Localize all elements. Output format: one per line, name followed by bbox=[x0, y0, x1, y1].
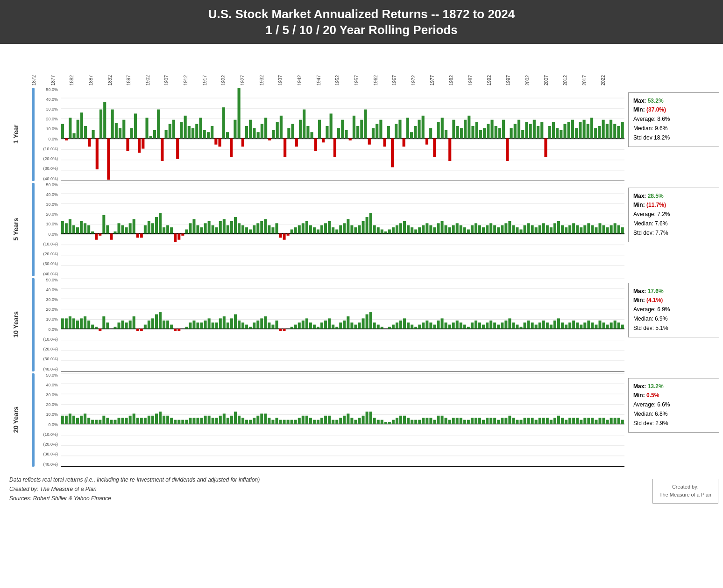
stats-median: Median: 6.8% bbox=[633, 411, 667, 417]
svg-rect-191 bbox=[144, 225, 147, 233]
year-label: 1997 bbox=[506, 75, 525, 85]
svg-rect-136 bbox=[540, 122, 543, 138]
blue-border-5year bbox=[32, 183, 35, 276]
svg-rect-138 bbox=[548, 126, 551, 139]
svg-rect-635 bbox=[602, 418, 605, 424]
y-axis-label: (30.0%) bbox=[36, 167, 60, 171]
svg-rect-499 bbox=[91, 420, 94, 424]
svg-rect-511 bbox=[136, 418, 139, 424]
svg-rect-605 bbox=[489, 418, 492, 424]
svg-rect-173 bbox=[76, 227, 79, 233]
svg-rect-212 bbox=[223, 219, 226, 233]
footer-notes: Data reflects real total returns (i.e., … bbox=[9, 475, 260, 504]
year-label: 1892 bbox=[108, 75, 127, 85]
svg-rect-392 bbox=[294, 324, 297, 329]
svg-rect-227 bbox=[279, 233, 282, 238]
svg-rect-507 bbox=[121, 418, 124, 424]
svg-rect-455 bbox=[531, 322, 534, 329]
svg-rect-446 bbox=[497, 324, 500, 329]
y-axis-label: 30.0% bbox=[36, 203, 60, 207]
svg-rect-401 bbox=[328, 318, 331, 329]
svg-rect-315 bbox=[610, 225, 613, 233]
svg-rect-81 bbox=[330, 113, 333, 138]
svg-rect-408 bbox=[354, 324, 357, 329]
svg-rect-386 bbox=[271, 324, 274, 329]
svg-rect-29 bbox=[130, 128, 133, 138]
svg-rect-456 bbox=[535, 324, 538, 329]
svg-rect-280 bbox=[478, 225, 481, 233]
svg-rect-582 bbox=[403, 415, 406, 424]
svg-rect-229 bbox=[287, 233, 290, 235]
svg-rect-535 bbox=[227, 418, 229, 424]
svg-rect-524 bbox=[185, 420, 188, 424]
svg-rect-127 bbox=[506, 138, 509, 161]
svg-rect-97 bbox=[391, 138, 394, 167]
svg-rect-39 bbox=[169, 124, 171, 138]
svg-rect-631 bbox=[587, 418, 590, 424]
svg-rect-240 bbox=[328, 221, 331, 234]
svg-rect-619 bbox=[542, 418, 545, 424]
svg-rect-226 bbox=[275, 223, 278, 233]
svg-rect-273 bbox=[452, 225, 455, 233]
svg-rect-471 bbox=[591, 322, 594, 329]
svg-rect-612 bbox=[516, 420, 518, 424]
stats-median: Median: 9.6% bbox=[633, 125, 667, 132]
svg-rect-442 bbox=[482, 324, 485, 329]
svg-rect-203 bbox=[189, 223, 191, 233]
svg-rect-156 bbox=[617, 126, 620, 139]
svg-rect-307 bbox=[580, 227, 582, 233]
svg-rect-341 bbox=[102, 316, 105, 329]
svg-rect-352 bbox=[144, 324, 147, 329]
svg-rect-135 bbox=[537, 126, 539, 139]
svg-rect-363 bbox=[185, 327, 188, 329]
svg-rect-414 bbox=[377, 324, 380, 329]
svg-rect-62 bbox=[257, 132, 260, 138]
svg-rect-400 bbox=[324, 320, 327, 329]
year-label: 1872 bbox=[32, 75, 51, 85]
svg-rect-67 bbox=[276, 122, 279, 138]
svg-rect-476 bbox=[610, 322, 613, 329]
svg-rect-13 bbox=[69, 118, 71, 138]
svg-rect-357 bbox=[163, 320, 165, 329]
svg-rect-596 bbox=[456, 418, 459, 424]
svg-rect-42 bbox=[180, 122, 183, 138]
svg-rect-350 bbox=[136, 329, 139, 330]
svg-rect-391 bbox=[291, 327, 293, 329]
svg-rect-145 bbox=[575, 128, 578, 138]
svg-rect-100 bbox=[403, 138, 405, 147]
svg-rect-504 bbox=[110, 420, 113, 424]
svg-rect-575 bbox=[377, 420, 380, 424]
svg-rect-113 bbox=[452, 119, 455, 138]
svg-rect-245 bbox=[347, 219, 349, 233]
svg-rect-360 bbox=[174, 329, 177, 330]
svg-rect-608 bbox=[501, 418, 503, 424]
svg-rect-207 bbox=[204, 223, 207, 233]
y-axis-label: 50.0% bbox=[36, 278, 60, 282]
blue-border-10year bbox=[32, 278, 35, 371]
svg-rect-115 bbox=[460, 128, 463, 138]
svg-rect-90 bbox=[364, 109, 367, 138]
year-label: 1947 bbox=[317, 75, 336, 85]
svg-rect-34 bbox=[149, 136, 152, 138]
stats-max-val: 53.2% bbox=[648, 98, 664, 104]
svg-rect-292 bbox=[524, 225, 526, 233]
svg-rect-435 bbox=[456, 320, 459, 329]
svg-rect-155 bbox=[613, 124, 616, 138]
svg-rect-372 bbox=[219, 318, 222, 329]
svg-rect-277 bbox=[467, 229, 470, 233]
svg-rect-224 bbox=[268, 225, 270, 233]
svg-rect-250 bbox=[366, 217, 369, 233]
svg-rect-236 bbox=[313, 227, 316, 233]
svg-rect-230 bbox=[291, 229, 293, 233]
svg-rect-303 bbox=[565, 227, 567, 233]
svg-rect-609 bbox=[504, 418, 507, 424]
stats-max-val: 28.5% bbox=[648, 193, 664, 199]
svg-rect-628 bbox=[576, 418, 579, 424]
svg-rect-297 bbox=[542, 223, 545, 233]
section-10year: 10 Years50.0%40.0%30.0%20.0%10.0%0.0%(10… bbox=[0, 278, 723, 371]
y-axis-label: (30.0%) bbox=[36, 357, 60, 361]
svg-rect-452 bbox=[519, 327, 522, 329]
year-label: 1962 bbox=[374, 75, 393, 85]
footer-note2: Created by: The Measure of a Plan bbox=[9, 484, 260, 494]
svg-rect-215 bbox=[234, 217, 237, 233]
